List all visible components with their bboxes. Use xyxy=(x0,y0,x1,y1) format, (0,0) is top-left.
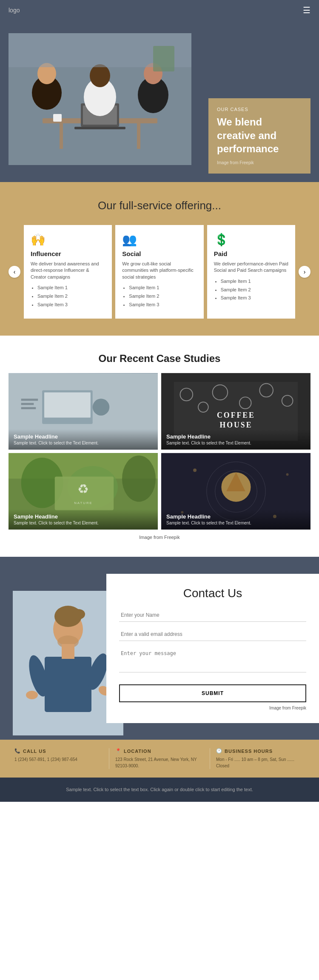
call-title: 📞 CALL US xyxy=(14,748,103,754)
contact-title: Contact Us xyxy=(119,587,306,600)
svg-text:♻: ♻ xyxy=(77,482,89,496)
case-headline-4: Sample Headline xyxy=(166,513,305,520)
social-icon: 👥 xyxy=(122,233,197,247)
svg-point-53 xyxy=(72,609,85,619)
header: logo ☰ xyxy=(0,0,319,20)
case-item-3[interactable]: ♻ NATURE Sample Headline Sample text. Cl… xyxy=(9,453,158,530)
services-title: Our full-service offering... xyxy=(9,199,310,212)
case-text-1: Sample Headline Sample text. Click to se… xyxy=(9,429,158,450)
submit-button[interactable]: SUBMIT xyxy=(119,684,306,702)
service-card-paid: 💲 Paid We deliver performance-driven Pai… xyxy=(207,225,295,319)
name-input[interactable] xyxy=(119,609,306,622)
case-studies-section: Our Recent Case Studies Sample Headline … xyxy=(0,336,319,557)
svg-text:NATURE: NATURE xyxy=(74,501,93,505)
svg-rect-3 xyxy=(137,123,140,149)
paid-item-2: Sample Item 2 xyxy=(221,286,288,294)
svg-point-46 xyxy=(193,469,197,472)
svg-point-60 xyxy=(26,691,38,699)
case-studies-grid: Sample Headline Sample text. Click to se… xyxy=(9,373,310,530)
influencer-title: Influencer xyxy=(31,250,105,257)
social-item-3: Sample Item 3 xyxy=(129,301,197,309)
svg-rect-21 xyxy=(21,403,34,405)
service-card-influencer: 🙌 Influencer We deliver brand awareness … xyxy=(24,225,112,319)
paid-icon: 💲 xyxy=(214,233,288,247)
hero-section: OUR CASES We blend creative and performa… xyxy=(0,20,319,182)
case-item-4[interactable]: Sample Headline Sample text. Click to se… xyxy=(161,453,310,530)
svg-rect-15 xyxy=(153,46,174,71)
hours-content: Mon - Fri ..... 10 am – 8 pm, Sat, Sun .… xyxy=(216,756,305,769)
svg-point-48 xyxy=(286,473,289,476)
message-input[interactable] xyxy=(119,647,306,672)
paid-item-1: Sample Item 1 xyxy=(221,277,288,286)
logo: logo xyxy=(9,7,20,14)
influencer-item-2: Sample Item 2 xyxy=(37,292,105,301)
social-item-2: Sample Item 2 xyxy=(129,292,197,301)
paid-items: Sample Item 1 Sample Item 2 Sample Item … xyxy=(214,277,288,302)
location-icon: 📍 xyxy=(115,748,122,754)
services-cards: 🙌 Influencer We deliver brand awareness … xyxy=(24,225,295,319)
info-hours: 🕐 BUSINESS HOURS Mon - Fri ..... 10 am –… xyxy=(210,748,310,769)
our-cases-label: OUR CASES xyxy=(217,107,302,112)
case-text-4: Sample Headline Sample text. Click to se… xyxy=(161,509,310,530)
svg-rect-13 xyxy=(53,114,62,122)
case-desc-3: Sample text. Click to select the Text El… xyxy=(14,521,153,525)
influencer-icon: 🙌 xyxy=(31,233,105,247)
info-location: 📍 LOCATION 123 Rock Street, 21 Avenue, N… xyxy=(109,748,210,769)
case-studies-title: Our Recent Case Studies xyxy=(9,353,310,365)
phone-icon: 📞 xyxy=(14,748,21,754)
info-call: 📞 CALL US 1 (234) 567-891, 1 (234) 987-6… xyxy=(9,748,109,769)
case-desc-4: Sample text. Click to select the Text El… xyxy=(166,521,305,525)
info-bar: 📞 CALL US 1 (234) 567-891, 1 (234) 987-6… xyxy=(0,740,319,778)
paid-title: Paid xyxy=(214,250,288,257)
influencer-item-1: Sample Item 1 xyxy=(37,284,105,292)
location-title: 📍 LOCATION xyxy=(115,748,204,754)
carousel-next-button[interactable]: › xyxy=(299,266,310,278)
svg-rect-18 xyxy=(44,393,91,418)
form-image-credit: Image from Freepik xyxy=(119,706,306,710)
svg-rect-2 xyxy=(60,123,63,149)
social-title: Social xyxy=(122,250,197,257)
social-desc: We grow cult-like social communities wit… xyxy=(122,261,197,280)
svg-point-19 xyxy=(93,399,110,416)
influencer-desc: We deliver brand awareness and direct-re… xyxy=(31,261,105,280)
footer-text: Sample text. Click to select the text bo… xyxy=(9,786,310,793)
case-image-credit: Image from Freepik xyxy=(9,535,310,540)
svg-text:COFFEE: COFFEE xyxy=(217,411,255,419)
case-desc-1: Sample text. Click to select the Text El… xyxy=(14,441,153,445)
svg-rect-61 xyxy=(62,644,74,659)
paid-desc: We deliver performance-driven Paid Socia… xyxy=(214,261,288,274)
carousel-prev-button[interactable]: ‹ xyxy=(9,266,20,278)
svg-text:HOUSE: HOUSE xyxy=(219,421,252,429)
case-headline-3: Sample Headline xyxy=(14,513,153,520)
case-desc-2: Sample text. Click to select the Text El… xyxy=(166,441,305,445)
menu-icon[interactable]: ☰ xyxy=(303,5,310,15)
case-item-2[interactable]: COFFEE HOUSE Sample Headline Sample text… xyxy=(161,373,310,450)
email-input[interactable] xyxy=(119,628,306,641)
svg-rect-55 xyxy=(45,657,91,712)
case-text-3: Sample Headline Sample text. Click to se… xyxy=(9,509,158,530)
contact-section: Contact Us SUBMIT Image from Freepik 📞 C… xyxy=(0,557,319,778)
influencer-items: Sample Item 1 Sample Item 2 Sample Item … xyxy=(31,284,105,309)
footer: Sample text. Click to select the text bo… xyxy=(0,778,319,802)
social-item-1: Sample Item 1 xyxy=(129,284,197,292)
services-section: Our full-service offering... ‹ 🙌 Influen… xyxy=(0,182,319,336)
contact-inner: Contact Us SUBMIT Image from Freepik xyxy=(0,574,319,735)
hero-image-credit: Image from Freepik xyxy=(217,160,302,165)
case-item-1[interactable]: Sample Headline Sample text. Click to se… xyxy=(9,373,158,450)
paid-item-3: Sample Item 3 xyxy=(221,294,288,302)
case-headline-2: Sample Headline xyxy=(166,433,305,440)
case-headline-1: Sample Headline xyxy=(14,433,153,440)
hero-headline: We blend creative and performance xyxy=(217,115,302,155)
influencer-item-3: Sample Item 3 xyxy=(37,301,105,309)
social-items: Sample Item 1 Sample Item 2 Sample Item … xyxy=(122,284,197,309)
svg-rect-22 xyxy=(21,407,36,409)
hero-overlay: OUR CASES We blend creative and performa… xyxy=(208,98,310,174)
svg-point-10 xyxy=(90,64,110,87)
call-content: 1 (234) 567-891, 1 (234) 987-654 xyxy=(14,756,103,763)
case-credit-text: Image from Freepik xyxy=(139,535,179,540)
clock-icon: 🕐 xyxy=(216,748,222,754)
contact-form-box: Contact Us SUBMIT Image from Freepik xyxy=(106,574,319,723)
svg-rect-6 xyxy=(74,127,125,129)
services-carousel: ‹ 🙌 Influencer We deliver brand awarenes… xyxy=(9,225,310,319)
case-text-2: Sample Headline Sample text. Click to se… xyxy=(161,429,310,450)
